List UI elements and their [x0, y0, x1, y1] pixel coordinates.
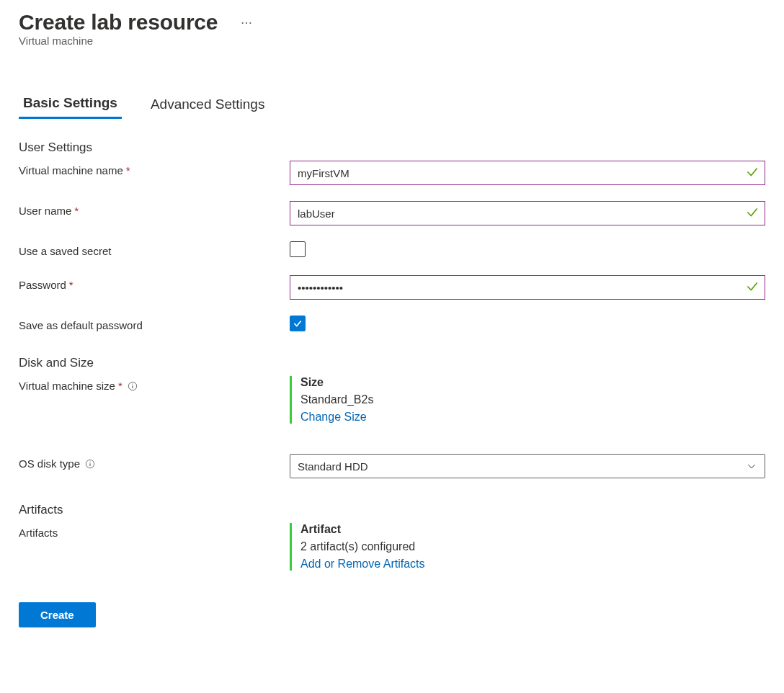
- artifact-title: Artifact: [300, 523, 765, 536]
- os-disk-type-select[interactable]: Standard HDD: [290, 454, 765, 478]
- vm-name-label: Virtual machine name*: [19, 161, 290, 176]
- more-actions-button[interactable]: ⋯: [238, 16, 256, 30]
- tabs: Basic Settings Advanced Settings: [19, 94, 765, 119]
- vm-size-value: Standard_B2s: [300, 393, 765, 406]
- password-input[interactable]: [290, 275, 765, 300]
- vm-size-label: Virtual machine size*: [19, 376, 290, 392]
- section-disk-and-size: Disk and Size: [19, 356, 765, 370]
- tab-basic-settings[interactable]: Basic Settings: [19, 94, 122, 119]
- svg-point-5: [89, 461, 90, 462]
- artifacts-label: Artifacts: [19, 523, 290, 539]
- password-label: Password*: [19, 275, 290, 291]
- vm-name-input[interactable]: [290, 161, 765, 185]
- create-button[interactable]: Create: [19, 602, 96, 627]
- user-name-label: User name*: [19, 201, 290, 217]
- required-indicator: *: [126, 164, 130, 176]
- svg-point-2: [132, 383, 133, 384]
- required-indicator: *: [74, 205, 79, 217]
- required-indicator: *: [118, 380, 122, 392]
- artifact-value: 2 artifact(s) configured: [300, 540, 765, 553]
- save-default-password-label: Save as default password: [19, 316, 290, 331]
- info-icon[interactable]: [128, 381, 138, 391]
- save-default-password-checkbox[interactable]: [290, 316, 306, 331]
- section-artifacts: Artifacts: [19, 503, 765, 517]
- page-title: Create lab resource: [19, 10, 218, 35]
- vm-size-block: Size Standard_B2s Change Size: [290, 376, 765, 424]
- add-remove-artifacts-link[interactable]: Add or Remove Artifacts: [300, 558, 425, 571]
- os-disk-type-label: OS disk type: [19, 454, 290, 470]
- chevron-down-icon: [746, 460, 757, 472]
- saved-secret-label: Use a saved secret: [19, 241, 290, 257]
- os-disk-type-value: Standard HDD: [298, 460, 746, 473]
- vm-size-title: Size: [300, 376, 765, 389]
- required-indicator: *: [69, 279, 74, 291]
- page-subtitle: Virtual machine: [19, 35, 765, 47]
- artifacts-block: Artifact 2 artifact(s) configured Add or…: [290, 523, 765, 571]
- user-name-input[interactable]: [290, 201, 765, 225]
- info-icon[interactable]: [85, 459, 95, 469]
- section-user-settings: User Settings: [19, 140, 765, 155]
- saved-secret-checkbox[interactable]: [290, 241, 306, 257]
- tab-advanced-settings[interactable]: Advanced Settings: [146, 94, 269, 119]
- change-size-link[interactable]: Change Size: [300, 411, 367, 424]
